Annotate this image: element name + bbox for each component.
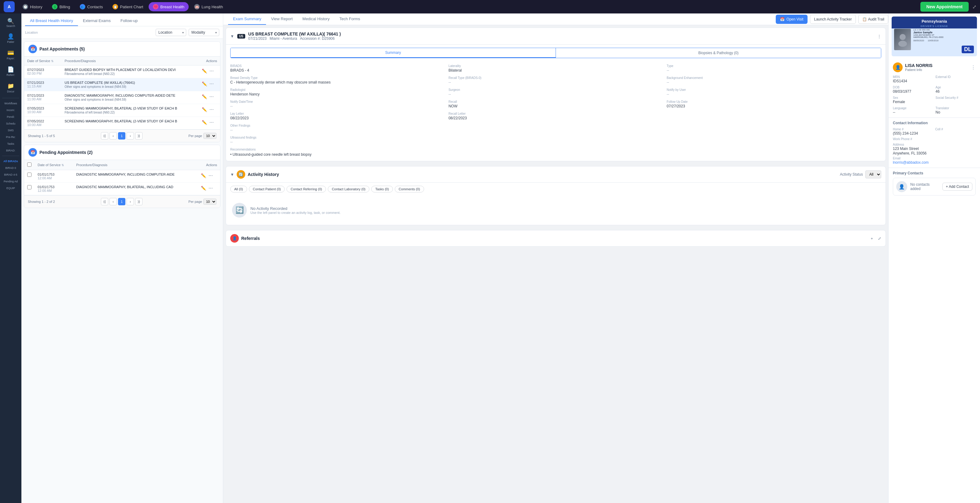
sidebar-item-birad[interactable]: BIRAD: [0, 148, 21, 153]
referrals-add-icon[interactable]: + [870, 236, 873, 241]
edit-button[interactable]: ✏️ [201, 107, 208, 113]
edit-button[interactable]: ✏️ [200, 172, 207, 179]
nav-tab-breast-health[interactable]: 💗 Breast Health [149, 2, 189, 11]
nav-tab-lung-health[interactable]: 🫁 Lung Health [190, 2, 227, 11]
exam-tab-medical-history[interactable]: Medical History [298, 13, 334, 25]
collapse-chevron[interactable]: ▼ [230, 34, 234, 38]
cell-field: Cell # [935, 128, 976, 136]
sub-tab-all-history[interactable]: All Breast Health History [25, 16, 78, 26]
patient-more-button[interactable]: ⋮ [971, 65, 976, 70]
sub-tab-follow-up[interactable]: Follow-up [116, 16, 143, 26]
nav-tab-contacts[interactable]: 👥 Contacts [76, 2, 107, 11]
location-filter-wrap: Location [156, 29, 186, 36]
launch-activity-button[interactable]: Launch Activity Tracker [810, 15, 856, 24]
last-page-button[interactable]: ⟩⟩ [135, 198, 143, 205]
page-1-button[interactable]: 1 [118, 198, 126, 205]
dl-photo [894, 29, 911, 50]
sex-field: Sex Female [893, 96, 933, 104]
table-row[interactable]: 01/01/175312:00 AM DIAGNOSTIC MAMMOGRAPH… [24, 183, 220, 195]
exam-tab-summary[interactable]: Exam Summary [228, 13, 266, 25]
select-all-checkbox[interactable] [27, 163, 32, 167]
row-checkbox[interactable] [27, 172, 32, 177]
more-button[interactable]: ⋯ [209, 68, 214, 74]
sidebar-item-pending[interactable]: Pendi: [0, 114, 21, 120]
filter-all[interactable]: All (0) [230, 186, 247, 192]
activity-status-select[interactable]: All [865, 171, 881, 178]
sidebar-item-patients[interactable]: 👤 Patier [0, 30, 21, 46]
sidebar-item-sms[interactable]: SMS [0, 128, 21, 133]
sidebar-item-all-birads[interactable]: All BIRADs [0, 158, 21, 164]
more-button[interactable]: ⋯ [209, 107, 214, 113]
per-page-select[interactable]: 102050 [203, 133, 216, 139]
sidebar-item-birad0[interactable]: BIRAD 0 [0, 165, 21, 171]
exam-tab-report[interactable]: View Report [266, 13, 298, 25]
past-appointments-icon: 📅 [29, 45, 37, 53]
filter-contact-laboratory[interactable]: Contact Laboratory (0) [328, 186, 369, 192]
activity-collapse-chevron[interactable]: ▼ [230, 172, 234, 177]
table-row[interactable]: 07/27/202302:00 PM BREAST GUIDED BIOPSY … [24, 65, 220, 78]
referrals-external-icon[interactable]: ⤢ [878, 236, 881, 241]
sidebar-item-documents[interactable]: 📁 Docur [0, 80, 21, 96]
next-page-button[interactable]: › [127, 132, 134, 139]
more-options-icon[interactable]: ⋮ [877, 34, 881, 38]
more-button[interactable]: ⋯ [208, 185, 213, 191]
modality-filter[interactable]: Modality [189, 29, 219, 36]
sidebar-item-payers[interactable]: 💳 Payer: [0, 47, 21, 62]
table-row[interactable]: 07/05/202210:00 AM SCREENING MAMMOGRAPHY… [24, 117, 220, 129]
audit-trail-button[interactable]: 📋 Audit Trail [858, 15, 888, 24]
nav-tab-billing[interactable]: 💲 Billing [48, 2, 74, 11]
edit-button[interactable]: ✏️ [200, 185, 207, 191]
edit-button[interactable]: ✏️ [201, 81, 208, 87]
sidebar-item-pending-ad[interactable]: Pending Ad [0, 179, 21, 184]
referrals-section: 👤 Referrals + ⤢ [226, 230, 886, 247]
row-checkbox[interactable] [27, 185, 32, 189]
edit-button[interactable]: ✏️ [201, 94, 208, 100]
row-procedure: DIAGNOSTIC MAMMOGRAPHY, INCLUDING COMPUT… [65, 94, 195, 97]
more-button[interactable]: ⋯ [209, 81, 214, 87]
add-contact-button[interactable]: + Add Contact [942, 183, 972, 191]
filter-comments[interactable]: Comments (0) [395, 186, 424, 192]
open-visit-button[interactable]: 📅 Open Visit [776, 15, 808, 24]
sidebar-item-tasks[interactable]: Tasks [0, 141, 21, 147]
prev-page-button[interactable]: ‹ [110, 132, 117, 139]
search-button[interactable]: 🔍 Search [6, 16, 15, 29]
nav-tab-patient-chart[interactable]: 📋 Patient Chart [108, 2, 147, 11]
table-row[interactable]: 07/21/202311:00 AM DIAGNOSTIC MAMMOGRAPH… [24, 91, 220, 104]
new-appointment-button[interactable]: New Appointment [920, 2, 969, 12]
table-row[interactable]: 07/21/202311:15 AM US BREAST COMPLETE (W… [24, 78, 220, 91]
table-row[interactable]: 01/01/175312:00 AM DIAGNOSTIC MAMMOGRAPH… [24, 170, 220, 183]
first-page-button[interactable]: ⟨⟨ [101, 132, 108, 139]
edit-button[interactable]: ✏️ [201, 68, 208, 74]
more-button[interactable]: ⋯ [209, 119, 214, 125]
sidebar-item-schedule[interactable]: Schedu [0, 121, 21, 126]
sidebar-item-income[interactable]: Incom: [0, 107, 21, 113]
showing-info: Showing 1 - 5 of 5 [28, 134, 55, 138]
sidebar-item-referrals[interactable]: 📄 Referr: [0, 64, 21, 79]
next-page-button[interactable]: › [127, 198, 134, 205]
sidebar-item-pre-reg[interactable]: Pre-Re: [0, 134, 21, 140]
filter-tasks[interactable]: Tasks (0) [371, 186, 393, 192]
last-page-button[interactable]: ⟩⟩ [135, 132, 143, 139]
sidebar-item-equip[interactable]: EQUIP [0, 185, 21, 191]
exam-tab-tech-forms[interactable]: Tech Forms [334, 13, 365, 25]
page-1-button[interactable]: 1 [118, 132, 126, 139]
filter-contact-referring[interactable]: Contact Referring (0) [286, 186, 326, 192]
external-link-icon[interactable]: ⤢ [972, 4, 976, 10]
summary-tab-button[interactable]: Summary [231, 48, 555, 58]
sub-tab-external-exams[interactable]: External Exams [78, 16, 116, 26]
biopsies-tab-button[interactable]: Biopsies & Pathology (0) [555, 48, 881, 58]
first-page-button[interactable]: ⟨⟨ [101, 198, 108, 205]
edit-button[interactable]: ✏️ [201, 119, 208, 125]
lay-letter-field: Lay Letter 08/22/2023 [230, 112, 445, 120]
payers-icon: 💳 [7, 50, 14, 56]
nav-tab-history[interactable]: 🕐 History [18, 2, 46, 11]
per-page-select[interactable]: 102050 [203, 198, 216, 205]
location-filter[interactable]: Location [156, 29, 186, 36]
filter-contact-patient[interactable]: Contact Patient (0) [249, 186, 285, 192]
more-button[interactable]: ⋯ [208, 172, 213, 179]
prev-page-button[interactable]: ‹ [110, 198, 117, 205]
pending-appointments-section: 📅 Pending Appointments (2) Date of Servi… [24, 145, 220, 208]
more-button[interactable]: ⋯ [209, 94, 214, 100]
sidebar-item-birad45[interactable]: BIRAD 4-5 [0, 172, 21, 177]
table-row[interactable]: 07/05/202310:00 AM SCREENING MAMMOGRAPHY… [24, 104, 220, 117]
